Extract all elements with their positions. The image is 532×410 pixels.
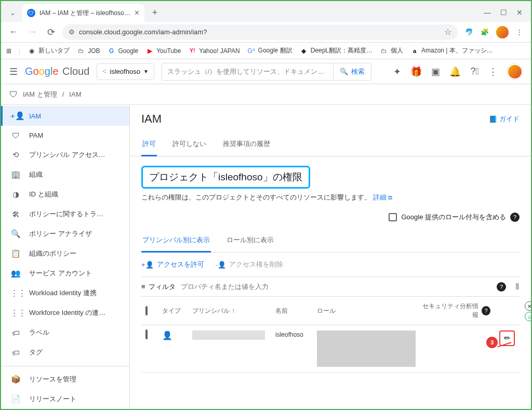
- search-button[interactable]: 🔍検索: [333, 63, 371, 81]
- include-google-roles-checkbox[interactable]: [389, 213, 397, 221]
- breadcrumb-section[interactable]: IAM と管理: [23, 90, 57, 99]
- row-checkbox[interactable]: [145, 329, 148, 339]
- col-type[interactable]: タイプ: [162, 307, 192, 315]
- sort-asc-icon: ↑: [232, 307, 235, 314]
- sidebar-item-manage-resources[interactable]: 📦リソースを管理: [1, 369, 129, 389]
- col-role[interactable]: ロール: [317, 307, 421, 315]
- row-name: isleofhoso: [275, 330, 317, 339]
- filter-label: ≡フィルタ: [141, 282, 176, 292]
- notifications-icon[interactable]: 🔔: [449, 66, 461, 77]
- browser-menu-icon[interactable]: ⋮: [516, 28, 523, 36]
- tab-list-dropdown[interactable]: ⌄: [5, 5, 20, 20]
- sidebar-item-principal-access[interactable]: ⟲プリンシパル アクセス…: [1, 145, 129, 165]
- sidebar-item-labels[interactable]: 🏷ラベル: [1, 323, 129, 342]
- remove-access-button[interactable]: -👤アクセス権を削除: [216, 260, 283, 269]
- dolphin-ext-icon[interactable]: 🐬: [465, 28, 473, 36]
- bookmark-job[interactable]: 🗀JOB: [77, 47, 100, 55]
- float-feedback-icon[interactable]: ☺: [525, 312, 531, 321]
- search-icon: 🔍: [340, 68, 348, 75]
- filter-input[interactable]: [181, 283, 491, 290]
- permissions-heading: プロジェクト「isleofhoso」の権限: [141, 166, 310, 189]
- breadcrumb: 🛡 IAM と管理 / IAM: [1, 84, 531, 105]
- hamburger-menu-icon[interactable]: ☰: [9, 66, 18, 77]
- bookmark-personal[interactable]: 🗀個人: [380, 46, 403, 55]
- help-icon[interactable]: ?⃝: [470, 66, 479, 77]
- select-all-checkbox[interactable]: [145, 306, 148, 315]
- column-selector-icon[interactable]: ⦀: [515, 281, 520, 292]
- search-input[interactable]: スラッシュ（/）を使用してリソース、ドキュメン…: [162, 63, 333, 81]
- sidebar-item-policy-analyzer[interactable]: 🔍ポリシー アナライザ: [1, 224, 129, 244]
- sidebar-item-pam[interactable]: 🛡PAM: [1, 126, 129, 145]
- float-close-icon[interactable]: ✕: [525, 301, 531, 311]
- filter-help-icon[interactable]: ?: [497, 282, 506, 292]
- tab-close-icon[interactable]: ×: [135, 9, 139, 17]
- sidebar: +👤IAM 🛡PAM ⟲プリンシパル アクセス… 🏢組織 ◑ID と組織 🛠ポリ…: [1, 105, 130, 409]
- bookmark-star-icon[interactable]: ☆: [444, 27, 451, 37]
- bookmark-deepl[interactable]: ◆DeepL翻訳：高精度…: [300, 46, 373, 55]
- tab-deny[interactable]: 許可しない: [171, 133, 207, 156]
- minimize-icon[interactable]: —: [484, 8, 491, 17]
- browser-tab[interactable]: 🛡 IAM – IAM と管理 – isleofhoso… ×: [22, 4, 144, 22]
- col-name[interactable]: 名前: [275, 307, 317, 315]
- gcp-logo[interactable]: Google Cloud: [25, 65, 89, 77]
- bookmark-amazon[interactable]: aAmazon | 本、ファッシ…: [410, 46, 493, 55]
- grid-icon: ⋮⋮: [10, 288, 21, 298]
- col-security[interactable]: セキュリティ分析情報?: [421, 302, 495, 320]
- tag-icon: 🏷: [10, 348, 21, 357]
- project-dots-icon: ⁖: [102, 68, 107, 75]
- url-text: console.cloud.google.com/iam-admin/iam?: [79, 28, 440, 36]
- search-doc-icon: 🔍: [10, 229, 21, 239]
- bookmark-youtube[interactable]: ▶YouTube: [145, 47, 181, 55]
- new-tab-button[interactable]: +: [148, 5, 162, 20]
- window-controls: — ☐ ✕: [484, 8, 531, 22]
- book-icon: 📘: [489, 115, 497, 123]
- close-window-icon[interactable]: ✕: [516, 8, 523, 17]
- guide-link[interactable]: 📘ガイド: [489, 114, 520, 124]
- sidebar-item-org-policies[interactable]: 📋組織のポリシー: [1, 244, 129, 263]
- grant-access-button[interactable]: +👤アクセスを許可: [141, 260, 204, 269]
- security-help-icon[interactable]: ?: [482, 306, 490, 315]
- table-header: タイプ プリンシパル↑ 名前 ロール セキュリティ分析情報?: [141, 297, 520, 325]
- sidebar-item-release-notes[interactable]: 📄リリースノート: [1, 389, 129, 409]
- sidebar-item-iam[interactable]: +👤IAM: [1, 106, 129, 126]
- view-by-role[interactable]: ロール別に表示: [225, 229, 275, 252]
- sidebar-item-tags[interactable]: 🏷タグ: [1, 342, 129, 362]
- details-link[interactable]: 詳細 ⧉: [373, 193, 393, 201]
- browser-toolbar: ← → ⟳ ⚙ console.cloud.google.com/iam-adm…: [1, 22, 531, 43]
- bookmark-yahoo[interactable]: Y!Yahoo! JAPAN: [188, 47, 240, 55]
- back-button[interactable]: ←: [6, 25, 21, 39]
- free-trial-icon[interactable]: 🎁: [410, 66, 422, 77]
- forward-button[interactable]: →: [25, 25, 39, 39]
- col-principal[interactable]: プリンシパル↑: [192, 307, 275, 315]
- gemini-icon[interactable]: ✦: [393, 66, 401, 77]
- profile-avatar[interactable]: [496, 26, 509, 38]
- shield-icon: 🛡: [10, 131, 21, 140]
- permissions-description: これらの権限は、このプロジェクトとそのすべてのリソースに影響します。 詳細 ⧉: [141, 193, 520, 202]
- cloud-shell-icon[interactable]: ▣: [431, 66, 440, 77]
- bookmark-google[interactable]: GGoogle: [107, 47, 138, 55]
- filter-icon: ≡: [141, 283, 145, 290]
- sidebar-item-workload-identity[interactable]: ⋮⋮Workload Identity 連携: [1, 283, 129, 303]
- people-icon: 👥: [10, 269, 21, 278]
- address-bar[interactable]: ⚙ console.cloud.google.com/iam-admin/iam…: [62, 24, 458, 40]
- tag-icon: 🏷: [10, 328, 21, 337]
- project-picker[interactable]: ⁖ isleofhoso ▼: [97, 63, 154, 80]
- sidebar-item-org[interactable]: 🏢組織: [1, 165, 129, 184]
- account-avatar[interactable]: [507, 64, 523, 80]
- extensions-icon[interactable]: 🧩: [481, 28, 489, 36]
- sidebar-item-service-accounts[interactable]: 👥サービス アカウント: [1, 263, 129, 283]
- apps-icon[interactable]: ⊞: [6, 47, 11, 55]
- sidebar-item-workforce-identity[interactable]: ⋮⋮Workforce Identity の連…: [1, 303, 129, 323]
- tab-recommendations[interactable]: 推奨事項の履歴: [222, 133, 271, 156]
- sidebar-item-identity-org[interactable]: ◑ID と組織: [1, 184, 129, 204]
- help-tooltip-icon[interactable]: ?: [510, 213, 520, 222]
- bookmark-newtab[interactable]: ◉新しいタブ: [28, 46, 70, 55]
- sidebar-item-policy-trouble[interactable]: 🛠ポリシーに関するトラ…: [1, 204, 129, 224]
- view-by-principal[interactable]: プリンシパル別に表示: [141, 229, 211, 253]
- utilities-menu-icon[interactable]: ⋮: [488, 66, 498, 77]
- tab-allow[interactable]: 許可: [141, 133, 157, 156]
- reload-button[interactable]: ⟳: [44, 25, 58, 39]
- bookmark-gtranslate[interactable]: GᴬGoogle 翻訳: [247, 46, 292, 55]
- maximize-icon[interactable]: ☐: [500, 8, 507, 17]
- site-info-icon[interactable]: ⚙: [69, 28, 75, 36]
